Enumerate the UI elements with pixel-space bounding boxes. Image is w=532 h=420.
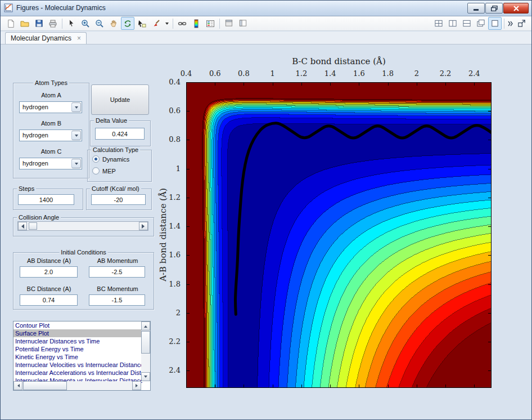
- atom-b-dropdown[interactable]: hydrogen: [19, 129, 82, 141]
- tab-close-icon[interactable]: ×: [77, 34, 81, 42]
- ab-momentum-label: AB Momentum: [87, 257, 148, 264]
- chevron-down-icon[interactable]: [71, 159, 81, 168]
- list-item[interactable]: Contour Plot: [13, 321, 142, 329]
- window-title: Figures - Molecular Dynamics: [16, 4, 106, 12]
- title-bar: Figures - Molecular Dynamics: [1, 1, 531, 16]
- save-figure-icon[interactable]: [32, 17, 46, 30]
- brush-dropdown-icon[interactable]: [163, 17, 170, 30]
- atom-a-value: hydrogen: [22, 104, 48, 110]
- vertical-scrollbar[interactable]: [141, 321, 150, 381]
- potential-energy-surface-plot[interactable]: [186, 82, 492, 388]
- list-item-selected[interactable]: Surface Plot: [13, 329, 142, 337]
- cutoff-title: Cutoff (Kcal/ mol): [90, 185, 141, 192]
- dynamics-radio[interactable]: Dynamics: [92, 155, 129, 163]
- print-figure-icon[interactable]: [46, 17, 60, 30]
- minimize-button[interactable]: [467, 3, 485, 14]
- plot-type-listbox[interactable]: Contour Plot Surface Plot Internuclear D…: [13, 321, 151, 391]
- rotate-3d-icon[interactable]: [121, 17, 134, 30]
- atom-c-value: hydrogen: [22, 160, 48, 167]
- initial-conditions-title: Initial Conditions: [59, 249, 108, 256]
- close-button[interactable]: [503, 3, 529, 14]
- insert-legend-icon[interactable]: [204, 17, 217, 30]
- steps-title: Steps: [17, 185, 36, 192]
- y-tick-label: 2.4: [169, 366, 181, 374]
- mep-radio-label: MEP: [102, 168, 116, 175]
- insert-colorbar-icon[interactable]: [190, 17, 203, 30]
- radio-unselected-icon[interactable]: [92, 167, 100, 175]
- link-plot-icon[interactable]: [175, 17, 189, 30]
- x-tick-label: 2.4: [465, 69, 484, 78]
- slider-thumb[interactable]: [29, 222, 37, 230]
- show-plot-tools-icon[interactable]: [236, 17, 250, 30]
- scroll-right-icon[interactable]: [132, 381, 141, 390]
- brush-data-icon[interactable]: [149, 17, 163, 30]
- zoom-in-icon[interactable]: [79, 17, 92, 30]
- matlab-figure-icon: [4, 3, 13, 15]
- list-item[interactable]: Internuclear Distances vs Time: [13, 337, 142, 345]
- x-tick-labels: 0.40.60.811.21.41.61.822.22.4: [186, 69, 492, 78]
- layout-cascade-icon[interactable]: [474, 17, 488, 30]
- x-tick-label: 1.6: [349, 69, 368, 78]
- atom-c-label: Atom C: [13, 148, 89, 155]
- data-cursor-icon[interactable]: [135, 17, 148, 30]
- delta-value-panel: Delta Value: [90, 120, 151, 146]
- list-item[interactable]: Internuclear Accelerations vs Internucle…: [13, 369, 142, 377]
- cutoff-field[interactable]: [91, 194, 146, 205]
- list-item[interactable]: Kinetic Energy vs Time: [13, 353, 142, 361]
- tab-molecular-dynamics[interactable]: Molecular Dynamics ×: [5, 32, 87, 44]
- atom-c-dropdown[interactable]: hydrogen: [19, 158, 82, 169]
- y-tick-label: 0.6: [169, 106, 181, 115]
- chevron-down-icon[interactable]: [71, 102, 81, 112]
- ab-distance-field[interactable]: [20, 266, 78, 278]
- x-tick-label: 0.4: [177, 69, 196, 78]
- horizontal-scroll-thumb[interactable]: [23, 381, 67, 390]
- atom-a-dropdown[interactable]: hydrogen: [19, 101, 82, 113]
- steps-panel: Steps: [13, 189, 83, 210]
- ab-momentum-field[interactable]: [89, 266, 145, 278]
- hide-plot-tools-icon[interactable]: [222, 17, 236, 30]
- open-file-icon[interactable]: [18, 17, 31, 30]
- scroll-down-icon[interactable]: [141, 372, 150, 381]
- radio-selected-icon[interactable]: [92, 155, 100, 163]
- maximize-button[interactable]: [485, 3, 503, 14]
- slider-right-arrow-icon[interactable]: [139, 222, 148, 230]
- y-tick-label: 1.6: [169, 251, 181, 259]
- chevron-down-icon[interactable]: [71, 131, 81, 140]
- new-figure-icon[interactable]: [4, 17, 17, 30]
- x-tick-label: 0.6: [205, 69, 224, 78]
- x-tick-label: 0.8: [234, 69, 253, 78]
- y-tick-label: 2: [176, 309, 181, 317]
- layout-single-icon[interactable]: [488, 17, 502, 30]
- edit-plot-pointer-icon[interactable]: [65, 17, 78, 30]
- dynamics-radio-label: Dynamics: [102, 156, 129, 163]
- pan-hand-icon[interactable]: [107, 17, 120, 30]
- zoom-out-icon[interactable]: [93, 17, 106, 30]
- toolbar-overflow-icon[interactable]: [507, 17, 514, 30]
- delta-value-field[interactable]: [95, 128, 145, 140]
- x-tick-label: 1.8: [378, 69, 398, 78]
- calculation-type-title: Calculation Type: [91, 146, 140, 153]
- tab-bar: Molecular Dynamics ×: [1, 32, 531, 44]
- x-tick-label: 2: [407, 69, 426, 78]
- scroll-up-icon[interactable]: [141, 321, 150, 330]
- list-item[interactable]: Internuclear Velocities vs Internuclear …: [13, 361, 142, 369]
- list-item[interactable]: Potential Energy vs Time: [13, 345, 142, 353]
- atom-b-label: Atom B: [13, 120, 89, 127]
- atom-types-title: Atom Types: [33, 79, 69, 86]
- dock-figures-icon[interactable]: [515, 17, 528, 30]
- ab-distance-label: AB Distance (A): [18, 257, 80, 264]
- layout-top-bottom-icon[interactable]: [460, 17, 474, 30]
- steps-field[interactable]: [18, 194, 74, 205]
- mep-radio[interactable]: MEP: [92, 167, 116, 175]
- update-button[interactable]: Update: [91, 84, 149, 115]
- slider-left-arrow-icon[interactable]: [18, 222, 27, 230]
- layout-grid-icon[interactable]: [432, 17, 445, 30]
- collision-angle-slider[interactable]: [17, 221, 148, 231]
- toolbar-separator: [62, 19, 62, 29]
- layout-left-right-icon[interactable]: [446, 17, 459, 30]
- horizontal-scrollbar[interactable]: [13, 381, 141, 390]
- bc-distance-field[interactable]: [20, 294, 78, 306]
- vertical-scroll-thumb[interactable]: [141, 331, 150, 354]
- scroll-left-icon[interactable]: [13, 381, 22, 390]
- bc-momentum-field[interactable]: [89, 294, 145, 306]
